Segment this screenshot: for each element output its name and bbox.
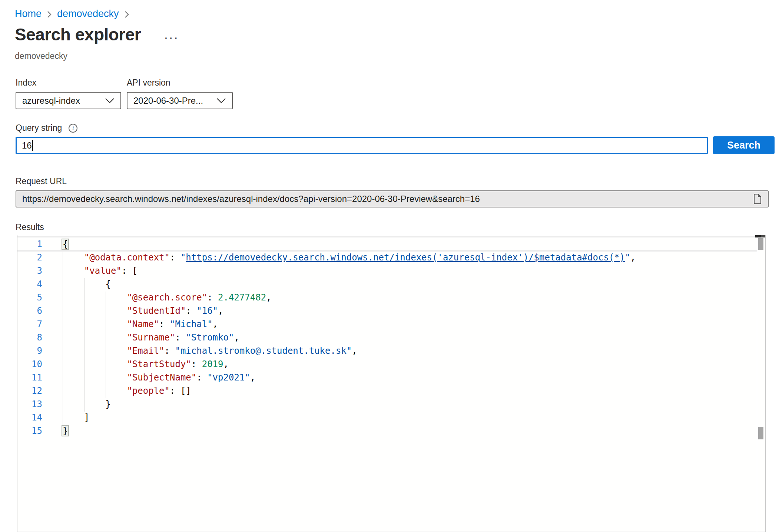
line-number: 13 [17, 398, 42, 411]
request-url-bar[interactable]: https://demovedecky.search.windows.net/i… [16, 190, 769, 207]
line-number: 4 [17, 277, 42, 291]
code-line: 7 "Name": "Michal", [17, 317, 757, 331]
query-string-label: Query string [16, 123, 62, 133]
query-string-label-row: Query string i [16, 123, 77, 133]
more-actions-button[interactable]: ··· [164, 28, 179, 41]
line-number: 10 [17, 358, 42, 371]
overview-ruler-cursor-marker [755, 235, 765, 237]
code-lines: 1{2 "@odata.context": "https://demovedec… [17, 237, 757, 438]
code-line: 11 "SubjectName": "vp2021", [17, 371, 757, 384]
code-line: 1{ [17, 237, 757, 251]
line-number: 2 [17, 251, 42, 264]
chevron-down-icon [216, 96, 226, 106]
indent-guide [106, 292, 106, 398]
chevron-right-icon [124, 10, 129, 19]
line-number: 11 [17, 371, 42, 384]
indent-guide [63, 252, 63, 425]
line-number: 14 [17, 411, 42, 424]
indent-guide [84, 278, 84, 412]
search-button[interactable]: Search [713, 136, 775, 154]
code-line: 15} [17, 424, 757, 438]
code-line: 14 ] [17, 411, 757, 424]
line-number: 9 [17, 344, 42, 358]
chevron-down-icon [105, 96, 115, 106]
text-cursor [32, 140, 33, 151]
code-line: 4 { [17, 277, 757, 291]
code-line: 13 } [17, 398, 757, 411]
breadcrumb: Home demovedecky [15, 8, 129, 20]
api-version-label: API version [127, 78, 170, 88]
line-number: 7 [17, 317, 42, 331]
page-title: Search explorer [15, 24, 141, 44]
breadcrumb-home-link[interactable]: Home [15, 8, 42, 20]
code-line: 10 "StartStudy": 2019, [17, 358, 757, 371]
editor-scrollbar[interactable] [757, 235, 765, 532]
index-select[interactable]: azuresql-index [16, 92, 121, 109]
index-select-value: azuresql-index [22, 96, 80, 106]
request-url-label: Request URL [16, 176, 67, 186]
code-line: 8 "Surname": "Stromko", [17, 331, 757, 344]
api-version-select-value: 2020-06-30-Pre... [133, 96, 203, 106]
breadcrumb-demovedecky-link[interactable]: demovedecky [57, 8, 119, 20]
page-header: Search explorer ··· [15, 24, 179, 44]
line-number: 8 [17, 331, 42, 344]
code-line: 9 "Email": "michal.stromko@.student.tuke… [17, 344, 757, 358]
api-version-select[interactable]: 2020-06-30-Pre... [127, 92, 233, 109]
code-line: 2 "@odata.context": "https://demovedecky… [17, 251, 757, 264]
request-url-value: https://demovedecky.search.windows.net/i… [22, 194, 749, 204]
code-line: 12 "people": [] [17, 384, 757, 398]
code-line: 5 "@search.score": 2.4277482, [17, 291, 757, 304]
line-number: 12 [17, 384, 42, 398]
copy-icon[interactable] [753, 193, 762, 205]
line-number: 3 [17, 264, 42, 277]
index-label: Index [16, 78, 36, 88]
line-number: 6 [17, 304, 42, 317]
line-number: 5 [17, 291, 42, 304]
results-label: Results [16, 222, 44, 232]
line-number: 15 [17, 424, 42, 438]
info-icon[interactable]: i [69, 124, 77, 133]
results-code-editor[interactable]: 1{2 "@odata.context": "https://demovedec… [17, 235, 766, 532]
code-line: 3 "value": [ [17, 264, 757, 277]
scrollbar-thumb[interactable] [758, 238, 763, 250]
query-string-value: 16 [22, 140, 32, 151]
page-subtitle: demovedecky [15, 51, 67, 61]
line-number: 1 [17, 237, 42, 251]
overview-ruler-marker [758, 427, 763, 439]
query-string-input[interactable]: 16 [16, 137, 708, 154]
code-line: 6 "StudentId": "16", [17, 304, 757, 317]
chevron-right-icon [47, 10, 52, 19]
